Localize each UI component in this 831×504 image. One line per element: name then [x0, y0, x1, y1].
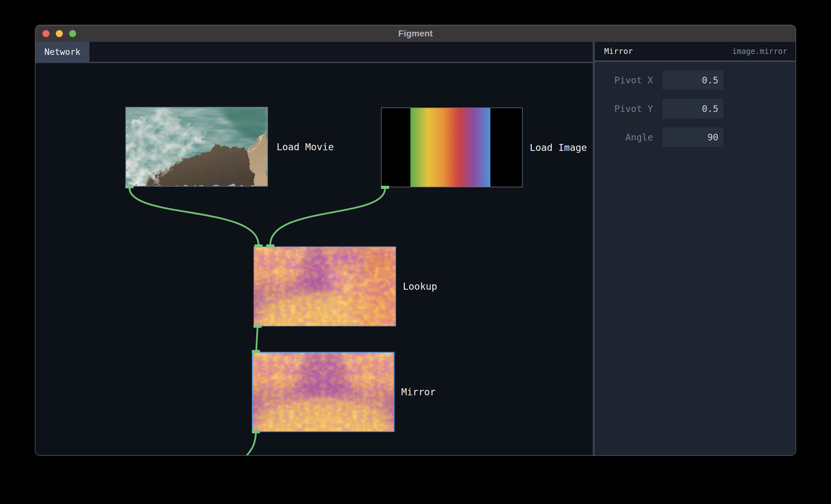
inspector-node-type: image.mirror	[733, 47, 787, 56]
load-image-thumbnail	[381, 108, 522, 187]
output-port-mirror[interactable]	[252, 430, 260, 433]
tab-bar: Network	[35, 42, 593, 63]
node-label-lookup: Lookup	[403, 246, 437, 326]
load-movie-thumbnail	[126, 108, 267, 186]
title-bar[interactable]: Figment	[35, 25, 796, 42]
wire-mirror-output	[246, 433, 256, 456]
node-graph-canvas[interactable]: Load Movie Load Image Lookup Mirror	[35, 63, 593, 456]
app-window: Figment Network Load Movie Load Image	[35, 25, 796, 456]
param-label-angle: Angle	[595, 132, 653, 143]
minimize-button[interactable]	[56, 30, 63, 37]
node-load-image[interactable]	[381, 108, 523, 187]
param-row-pivot-y: Pivot Y 0.5	[595, 99, 796, 119]
node-label-mirror: Mirror	[401, 352, 435, 432]
output-port-load-image[interactable]	[381, 186, 389, 189]
mirror-thumbnail	[253, 353, 394, 431]
param-field-angle[interactable]: 90	[663, 127, 723, 147]
inspector-header: Mirror image.mirror	[595, 42, 796, 62]
input-port-lookup-1[interactable]	[254, 244, 263, 247]
zoom-button[interactable]	[69, 30, 76, 37]
window-title: Figment	[398, 29, 433, 39]
node-load-movie[interactable]	[125, 107, 268, 187]
network-pane: Network Load Movie Load Image Lookup	[35, 42, 593, 456]
output-port-load-movie[interactable]	[125, 185, 134, 188]
close-button[interactable]	[42, 30, 50, 37]
output-port-lookup[interactable]	[253, 325, 262, 328]
wire-lookup-to-mirror	[256, 326, 258, 351]
input-port-lookup-2[interactable]	[266, 244, 274, 247]
inspector-title: Mirror	[604, 47, 633, 56]
gradient-band	[410, 108, 491, 187]
param-label-pivot-y: Pivot Y	[595, 103, 653, 114]
lookup-thumbnail	[254, 247, 396, 326]
main-area: Network Load Movie Load Image Lookup	[35, 42, 796, 456]
param-row-pivot-x: Pivot X 0.5	[595, 70, 796, 90]
wire-loadmovie-to-lookup	[130, 188, 258, 245]
node-label-load-movie: Load Movie	[277, 107, 334, 187]
node-label-load-image: Load Image	[530, 108, 587, 187]
param-label-pivot-x: Pivot X	[595, 75, 653, 86]
param-field-pivot-y[interactable]: 0.5	[663, 99, 723, 119]
inspector-panel: Mirror image.mirror Pivot X 0.5 Pivot Y …	[595, 42, 796, 456]
node-mirror[interactable]	[252, 352, 395, 432]
input-port-mirror[interactable]	[252, 350, 260, 353]
wire-loadimage-to-lookup	[270, 188, 385, 245]
node-lookup[interactable]	[253, 246, 396, 326]
param-field-pivot-x[interactable]: 0.5	[663, 70, 723, 90]
inspector-body: Pivot X 0.5 Pivot Y 0.5 Angle 90	[595, 62, 796, 456]
param-row-angle: Angle 90	[595, 127, 796, 147]
traffic-lights	[42, 30, 76, 37]
tab-network[interactable]: Network	[35, 42, 89, 62]
